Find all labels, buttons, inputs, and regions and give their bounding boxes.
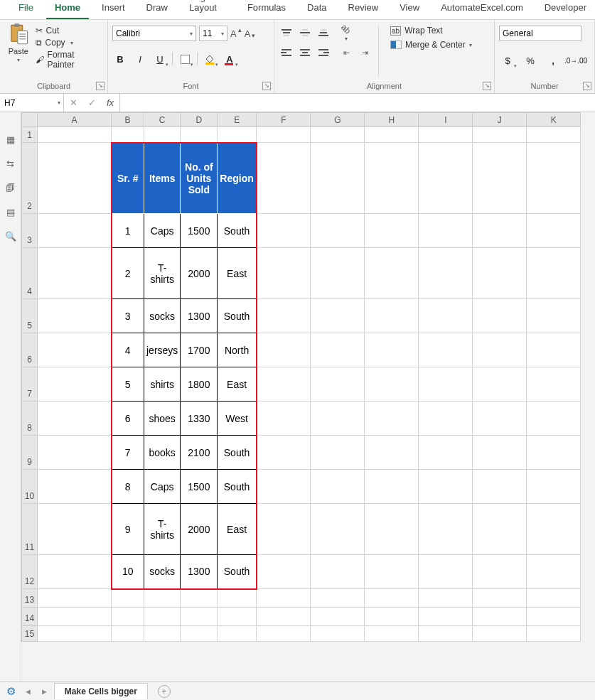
worksheet-tab[interactable]: Make Cells bigger [54, 683, 148, 699]
enter-entry-button[interactable]: ✓ [82, 97, 101, 108]
borders-button[interactable]: ▾ [177, 51, 193, 67]
dialog-launcher-font[interactable] [262, 82, 271, 90]
grow-font-button[interactable]: A▴ [230, 26, 242, 41]
spreadsheet-grid[interactable]: ABCDEFGHIJK12Sr. #ItemsNo. of Units Sold… [21, 112, 581, 642]
align-right-button[interactable] [316, 45, 331, 60]
format-painter-label: Format Painter [48, 50, 103, 70]
row-header[interactable]: 2 [22, 143, 38, 214]
tab-home[interactable]: Home [46, 0, 89, 19]
tab-formulas[interactable]: Formulas [239, 0, 294, 19]
col-header[interactable]: B [112, 113, 144, 127]
row-header[interactable]: 5 [22, 299, 38, 333]
cut-button[interactable]: ✂ Cut [36, 26, 103, 36]
formula-input[interactable] [120, 94, 595, 112]
scissors-icon: ✂ [36, 26, 43, 36]
gear-icon[interactable]: ⚙ [3, 685, 18, 698]
row-header[interactable]: 14 [22, 608, 38, 626]
col-header[interactable]: A [38, 113, 112, 127]
rail-icon[interactable]: 🗐 [4, 182, 17, 193]
percent-button[interactable]: % [522, 53, 539, 68]
align-center-button[interactable] [297, 45, 313, 60]
col-header[interactable]: H [365, 113, 419, 127]
tab-data[interactable]: Data [299, 0, 335, 19]
side-rail: ▦ ⇆ 🗐 ▤ 🔍 [0, 112, 21, 682]
tab-file[interactable]: File [10, 0, 42, 19]
tab-draw[interactable]: Draw [138, 0, 176, 19]
tab-insert[interactable]: Insert [93, 0, 134, 19]
decrease-indent-button[interactable]: ⇤ [338, 45, 354, 60]
increase-indent-button[interactable]: ⇥ [357, 45, 372, 60]
font-name-select[interactable]: Calibri ▾ [112, 26, 196, 41]
align-top-button[interactable] [279, 26, 294, 40]
italic-button[interactable]: I [132, 51, 148, 67]
rail-icon[interactable]: ▤ [4, 206, 17, 217]
paste-button[interactable]: Paste ▾ [4, 23, 33, 80]
shrink-font-button[interactable]: A▾ [245, 26, 256, 41]
tab-page-layout[interactable]: Page Layout [181, 0, 235, 19]
dialog-launcher-alignment[interactable] [483, 82, 491, 90]
col-header[interactable]: G [311, 113, 365, 127]
col-header[interactable]: C [144, 113, 181, 127]
underline-label: U [156, 54, 163, 65]
number-format-select[interactable]: General [499, 26, 581, 41]
cancel-entry-button[interactable]: ✕ [64, 97, 82, 108]
tab-nav-next[interactable]: ► [38, 687, 51, 696]
row-header[interactable]: 15 [22, 626, 38, 642]
chevron-down-icon: ▾ [190, 31, 193, 37]
row-header[interactable]: 4 [22, 248, 38, 299]
row-header[interactable]: 12 [22, 555, 38, 589]
tab-view[interactable]: View [391, 0, 428, 19]
row-header[interactable]: 3 [22, 214, 38, 248]
name-box[interactable]: H7 ▾ [0, 94, 64, 112]
dialog-launcher-clipboard[interactable] [96, 82, 104, 90]
paste-icon [9, 23, 28, 45]
col-header[interactable]: E [218, 113, 257, 127]
dialog-launcher-number[interactable] [583, 82, 591, 90]
new-sheet-button[interactable]: + [158, 685, 171, 698]
copy-button[interactable]: ⧉ Copy ▾ [36, 38, 103, 48]
row-header[interactable]: 8 [22, 402, 38, 436]
format-painter-button[interactable]: 🖌 Format Painter [36, 50, 103, 70]
font-size-select[interactable]: 11 ▾ [199, 26, 227, 41]
bold-button[interactable]: B [112, 51, 128, 67]
fx-button[interactable]: fx [101, 97, 119, 108]
tab-developer[interactable]: Developer [536, 0, 595, 19]
underline-button[interactable]: U ▾ [152, 51, 168, 67]
row-header[interactable]: 10 [22, 470, 38, 504]
col-header[interactable]: F [257, 113, 311, 127]
rail-icon[interactable]: 🔍 [4, 230, 17, 242]
row-header[interactable]: 1 [22, 127, 38, 143]
rail-icon[interactable]: ▦ [4, 134, 17, 145]
row-header[interactable]: 11 [22, 504, 38, 555]
col-header[interactable]: I [419, 113, 473, 127]
row-header[interactable]: 13 [22, 589, 38, 608]
tab-nav-prev[interactable]: ◄ [21, 687, 35, 696]
merge-icon [390, 41, 402, 49]
row-header[interactable]: 6 [22, 333, 38, 367]
rail-icon[interactable]: ⇆ [4, 158, 17, 169]
merge-center-button[interactable]: Merge & Center ▾ [390, 40, 472, 50]
col-header[interactable]: K [527, 113, 581, 127]
comma-button[interactable]: , [545, 53, 562, 68]
col-header[interactable]: D [181, 113, 218, 127]
chevron-down-icon: ▾ [191, 62, 193, 68]
font-color-button[interactable]: A ▾ [222, 51, 237, 67]
copy-icon: ⧉ [36, 38, 42, 48]
currency-button[interactable]: $ ▾ [499, 53, 516, 68]
select-all-corner[interactable] [22, 113, 38, 127]
tab-review[interactable]: Review [340, 0, 387, 19]
cut-label: Cut [46, 26, 60, 36]
increase-decimal-button[interactable]: .0→.00 [567, 53, 584, 68]
fill-color-button[interactable]: ▾ [202, 51, 218, 67]
align-bottom-button[interactable] [316, 26, 331, 40]
tab-automateexcel[interactable]: AutomateExcel.com [432, 0, 532, 19]
row-header[interactable]: 9 [22, 436, 38, 470]
align-middle-button[interactable] [297, 26, 313, 40]
align-left-button[interactable] [279, 45, 294, 60]
row-header[interactable]: 7 [22, 367, 38, 402]
wrap-text-button[interactable]: ab Wrap Text [390, 26, 472, 36]
col-header[interactable]: J [473, 113, 527, 127]
orientation-button[interactable]: ab▾ [338, 26, 354, 40]
chevron-down-icon: ▾ [166, 62, 168, 68]
group-label: Font [112, 80, 269, 93]
